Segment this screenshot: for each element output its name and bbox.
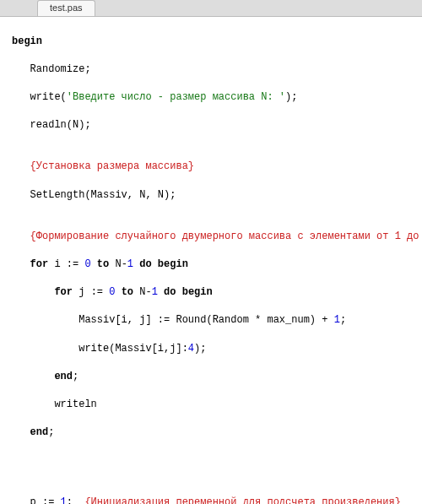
code-line: readln(N); [12,119,91,131]
code-line: SetLength(Massiv, N, N); [12,189,176,201]
tab-bar: test.pas [0,0,422,17]
code-editor[interactable]: begin Randomize; write('Введите число - … [0,17,422,504]
code-line: Massiv[i, j] := Round(Random * max_num) … [12,314,334,326]
string-literal: 'Введите число - размер массива N: ' [67,91,285,103]
code-line: Randomize; [12,63,91,75]
kw-begin: begin [12,35,42,47]
code-line: write(Massiv[i,j]: [12,343,188,355]
comment: {Инициализация переменной для подсчета п… [84,496,400,504]
code-line: writeln [12,398,97,410]
tab-active[interactable]: test.pas [37,0,95,16]
comment: {Установка размера массива} [12,160,194,172]
code-line: write( [12,91,67,103]
comment: {Формирование случайного двумерного масс… [12,230,422,242]
